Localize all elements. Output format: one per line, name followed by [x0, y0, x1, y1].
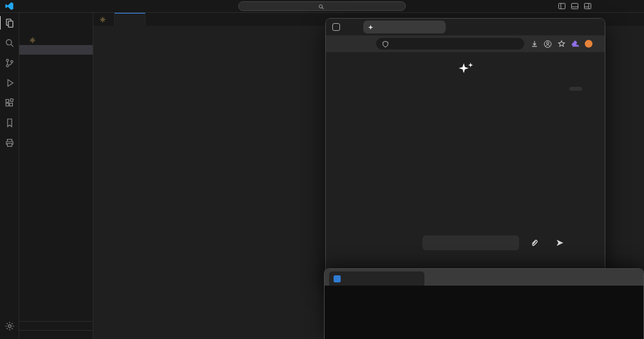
project-section[interactable] [19, 55, 93, 64]
bookmarks-icon[interactable] [0, 113, 19, 133]
desktop [0, 0, 644, 339]
source-control-icon[interactable] [0, 53, 19, 73]
gear-file-icon [29, 37, 35, 43]
outline-section[interactable] [19, 330, 93, 339]
send-button[interactable] [549, 235, 571, 250]
extensions-icon[interactable] [0, 93, 19, 113]
settings-gear-icon[interactable] [0, 316, 19, 336]
profile-icon[interactable] [542, 38, 554, 50]
tab-env[interactable] [93, 13, 115, 26]
run-debug-icon[interactable] [0, 73, 19, 93]
gear-file-icon [99, 17, 106, 23]
send-icon [556, 239, 564, 247]
sparkle-icon [457, 61, 474, 77]
sparkle-favicon [368, 24, 374, 30]
sidebar-bottom-sections [19, 321, 93, 339]
avatar-icon[interactable] [582, 38, 594, 50]
browser-tab-chatbot[interactable] [363, 21, 446, 33]
terminal-window [324, 268, 644, 339]
toggle-panel-icon[interactable] [568, 0, 581, 13]
favorites-star-icon[interactable] [555, 38, 567, 50]
search-sidebar-icon[interactable] [0, 33, 19, 53]
user-badge [587, 87, 596, 90]
terminal-output[interactable] [325, 286, 643, 293]
extensions-puzzle-icon[interactable] [569, 38, 581, 50]
tab-serverjs[interactable] [115, 13, 146, 26]
explorer-sidebar [19, 13, 93, 339]
terminal-dropdown-icon[interactable] [435, 269, 445, 286]
timeline-section[interactable] [19, 321, 93, 330]
attach-button[interactable] [524, 235, 545, 250]
explorer-header [19, 13, 93, 26]
activity-bar [0, 13, 19, 339]
explorer-icon[interactable] [0, 13, 19, 33]
toggle-sidebar-icon[interactable] [555, 0, 568, 13]
search-icon [319, 5, 323, 8]
vscode-titlebar [0, 0, 644, 13]
download-icon[interactable] [528, 38, 540, 50]
titlebar-controls [555, 0, 644, 13]
terminal-tabbar [325, 269, 643, 286]
customize-layout-icon[interactable] [581, 0, 594, 13]
paperclip-icon [530, 239, 538, 247]
user-message [569, 87, 582, 91]
print-icon[interactable] [0, 133, 19, 152]
shield-icon [382, 41, 389, 48]
command-center-search[interactable] [238, 1, 406, 11]
model-badge [334, 109, 343, 111]
chat-page [326, 52, 605, 280]
browser-navbar [326, 35, 605, 52]
browser-tabstrip [326, 19, 605, 35]
address-bar[interactable] [376, 38, 524, 50]
browser-window [325, 18, 605, 281]
open-editors-section[interactable] [19, 26, 93, 35]
open-editor-env[interactable] [19, 35, 93, 45]
tab-actions-icon[interactable] [332, 23, 340, 31]
chat-input-row [422, 235, 571, 250]
vscode-logo-icon [5, 2, 14, 10]
terminal-tab-powershell[interactable] [329, 271, 424, 286]
powershell-icon [334, 275, 341, 282]
chat-input[interactable] [422, 235, 519, 250]
user-message-row [569, 87, 596, 91]
new-terminal-tab-button[interactable] [424, 269, 435, 286]
open-editor-serverjs[interactable] [19, 45, 93, 55]
model-message-row [334, 109, 348, 115]
